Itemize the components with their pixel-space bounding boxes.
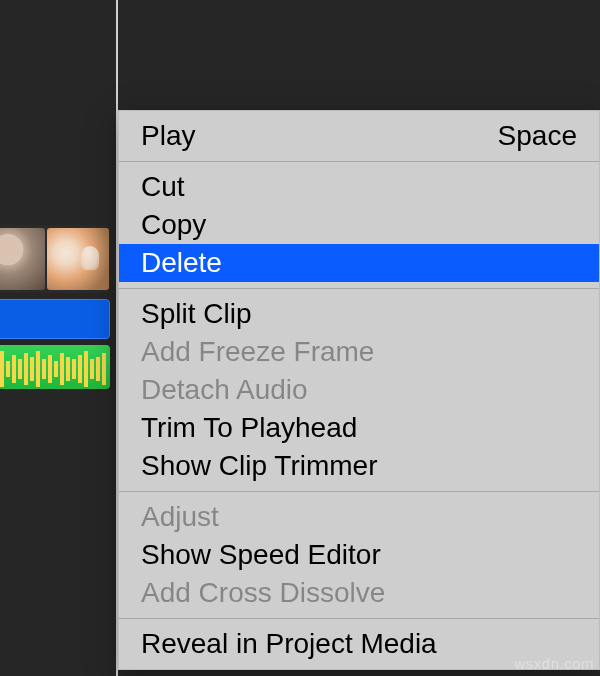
menu-label: Cut	[141, 171, 185, 203]
svg-rect-7	[18, 359, 22, 379]
menu-item-split-clip[interactable]: Split Clip	[119, 295, 599, 333]
menu-label: Split Clip	[141, 298, 251, 330]
svg-rect-10	[36, 351, 40, 387]
svg-rect-4	[0, 351, 4, 387]
svg-rect-15	[66, 357, 70, 381]
menu-item-adjust: Adjust	[119, 498, 599, 536]
menu-label: Trim To Playhead	[141, 412, 357, 444]
svg-rect-13	[54, 361, 58, 377]
menu-shortcut: Space	[498, 120, 577, 152]
svg-rect-12	[48, 355, 52, 383]
title-clip[interactable]	[0, 299, 110, 339]
menu-item-show-speed-editor[interactable]: Show Speed Editor	[119, 536, 599, 574]
menu-label: Add Freeze Frame	[141, 336, 374, 368]
menu-label: Play	[141, 120, 195, 152]
watermark: wsxdn.com	[514, 655, 594, 672]
svg-rect-14	[60, 353, 64, 385]
menu-label: Reveal in Project Media	[141, 628, 437, 660]
menu-label: Show Speed Editor	[141, 539, 381, 571]
menu-label: Delete	[141, 247, 222, 279]
menu-item-copy[interactable]: Copy	[119, 206, 599, 244]
menu-item-detach-audio: Detach Audio	[119, 371, 599, 409]
waveform-icon	[0, 347, 110, 389]
menu-label: Detach Audio	[141, 374, 308, 406]
svg-rect-18	[84, 351, 88, 387]
menu-label: Adjust	[141, 501, 219, 533]
menu-label: Show Clip Trimmer	[141, 450, 377, 482]
menu-separator	[119, 491, 599, 492]
context-menu: Play Space Cut Copy Delete Split Clip Ad…	[118, 110, 600, 670]
svg-rect-20	[96, 357, 100, 381]
timeline[interactable]	[0, 225, 120, 389]
menu-separator	[119, 161, 599, 162]
menu-separator	[119, 618, 599, 619]
svg-rect-19	[90, 359, 94, 379]
menu-item-add-freeze-frame: Add Freeze Frame	[119, 333, 599, 371]
menu-item-delete[interactable]: Delete	[119, 244, 599, 282]
clip-thumbnail	[47, 228, 109, 290]
svg-rect-5	[6, 361, 10, 377]
svg-rect-9	[30, 357, 34, 381]
svg-rect-8	[24, 353, 28, 385]
svg-rect-17	[78, 355, 82, 383]
svg-rect-11	[42, 359, 46, 379]
menu-item-trim-to-playhead[interactable]: Trim To Playhead	[119, 409, 599, 447]
svg-rect-6	[12, 355, 16, 383]
video-clip[interactable]	[0, 225, 110, 293]
menu-separator	[119, 288, 599, 289]
audio-clip[interactable]	[0, 345, 110, 389]
menu-item-add-cross-dissolve: Add Cross Dissolve	[119, 574, 599, 612]
menu-item-cut[interactable]: Cut	[119, 168, 599, 206]
svg-rect-16	[72, 359, 76, 379]
menu-item-play[interactable]: Play Space	[119, 117, 599, 155]
menu-item-show-clip-trimmer[interactable]: Show Clip Trimmer	[119, 447, 599, 485]
clip-thumbnail	[0, 228, 45, 290]
menu-label: Copy	[141, 209, 206, 241]
menu-label: Add Cross Dissolve	[141, 577, 385, 609]
svg-rect-21	[102, 353, 106, 385]
